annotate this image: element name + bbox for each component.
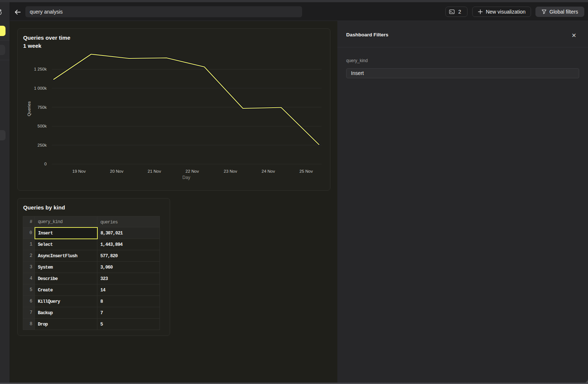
svg-text:0: 0 xyxy=(44,162,47,166)
svg-text:25 Nov: 25 Nov xyxy=(300,169,313,173)
svg-text:1 000k: 1 000k xyxy=(34,86,47,90)
svg-text:21 Nov: 21 Nov xyxy=(148,169,161,173)
svg-text:1 250k: 1 250k xyxy=(34,67,47,71)
svg-text:Day: Day xyxy=(182,175,190,180)
svg-text:20 Nov: 20 Nov xyxy=(110,169,123,173)
svg-text:500k: 500k xyxy=(37,124,47,128)
svg-text:22 Nov: 22 Nov xyxy=(186,169,199,173)
svg-text:250k: 250k xyxy=(37,143,47,147)
svg-text:24 Nov: 24 Nov xyxy=(262,169,275,173)
svg-text:750k: 750k xyxy=(37,105,47,110)
svg-text:23 Nov: 23 Nov xyxy=(224,169,237,173)
svg-text:Queries: Queries xyxy=(27,101,31,116)
svg-text:19 Nov: 19 Nov xyxy=(72,169,86,173)
